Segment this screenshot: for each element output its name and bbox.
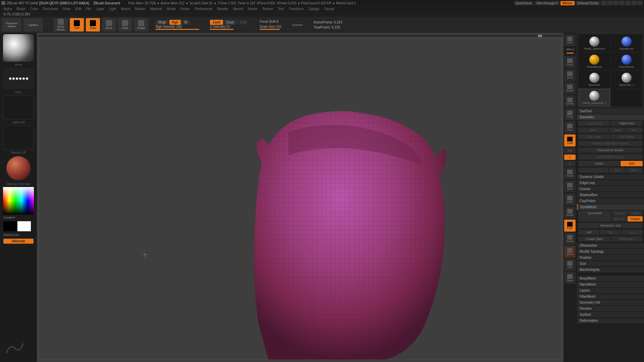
rotate-mode-button[interactable]: Rotate [134,18,148,32]
rgb-intensity-slider[interactable]: Rgb Intensity 100 [156,25,199,28]
zremesher-header[interactable]: ZRemesher [577,242,644,248]
quicksketch-button[interactable]: Quick Sketch [54,18,68,32]
edit-mode-button[interactable]: Edit [70,18,84,32]
higher-res-button[interactable]: Higher Res [611,121,643,126]
scale-mode-button[interactable]: Scale [118,18,132,32]
layout-icon[interactable] [601,1,606,5]
mesh-integrity-header[interactable]: MeshIntegrity [577,266,644,273]
lightbox-button[interactable]: LightBox [23,18,43,32]
tool-sphere3d[interactable]: Sphere3D [579,71,610,88]
dynamic-label[interactable]: Dynamic [292,23,303,26]
menu-preferences[interactable]: Preferences [195,7,213,11]
default-zscript[interactable]: DefaultZScript [575,1,600,5]
blur-slider[interactable]: Blur 28 [612,216,627,222]
focal-shift-slider[interactable]: Focal Shift 0 [260,20,281,23]
close-icon[interactable] [637,1,643,5]
ghost-button[interactable]: Ghost [564,246,576,258]
tool-pm3d-sphere[interactable]: PM3D_Sphere3D [579,35,610,52]
bpr-button[interactable]: BPR [564,34,576,46]
xyz-axis-button[interactable]: XYZ [564,147,576,154]
tool-simplebrush[interactable]: SimpleBrush [579,53,610,70]
resolution-slider[interactable]: Resolution 128 [578,223,643,228]
zcut-button[interactable]: Zcut [237,20,249,25]
color-picker[interactable] [3,187,34,215]
menu-alpha[interactable]: Alpha [3,7,12,11]
rgb-button[interactable]: Rgb [169,20,181,25]
brush-preview[interactable] [3,34,34,62]
edgeloop-header[interactable]: EdgeLoop [577,180,644,186]
geometry-header[interactable]: Geometry [577,114,644,120]
create-shell-button[interactable]: Create Shell [578,236,610,242]
reuv-button[interactable]: ReUV [626,168,643,173]
menu-zplugin[interactable]: Zplugin [309,7,320,11]
menus-toggle[interactable]: Menus [560,1,575,5]
gradient-label[interactable]: Gradient [1,216,36,219]
arraymesh-header[interactable]: ArrayMesh [577,275,644,281]
dynamesh-header[interactable]: DynaMesh [577,204,644,210]
menu-color[interactable]: Color [30,7,38,11]
rotate-view-button[interactable]: Rotate [564,206,576,219]
xpose-button[interactable]: Xpose [564,272,576,284]
cage-button[interactable]: Cage [609,127,626,133]
local-button[interactable]: Local [564,134,576,146]
menu-draw[interactable]: Draw [63,7,70,11]
crease-header[interactable]: Crease [577,186,644,192]
menu-movie[interactable]: Movie [167,7,176,11]
viewport[interactable] [38,38,562,360]
m-button[interactable]: M [181,20,190,25]
menu-brush[interactable]: Brush [17,7,25,11]
zsub-button[interactable]: Zsub [224,20,236,25]
minimize-icon[interactable] [625,1,631,5]
sdiv-slider[interactable]: SDiv [578,127,608,133]
zoom-button[interactable]: Zoom [564,69,576,81]
texture-preview[interactable] [3,125,34,149]
thickness-slider[interactable]: Thickness 4 [611,236,643,242]
tool-pm3d-sphere3d-1[interactable]: PM3D_Sphere3D_1 [579,89,610,106]
polyf-button[interactable]: PolyF [564,220,576,232]
move-view-button[interactable]: Move [564,180,576,192]
y-axis-button[interactable]: Y [564,155,576,160]
dynamic-subdiv-header[interactable]: Dynamic Subdiv [577,174,644,180]
polish-button[interactable]: Polish [628,210,643,216]
layout-icon-3[interactable] [613,1,619,5]
tool-alphabrush[interactable]: AlphaBrush [611,35,642,52]
layout-icon-2[interactable] [607,1,612,5]
timeline-ruler[interactable] [38,35,562,37]
menu-file[interactable]: File [86,7,91,11]
shadowbox-header[interactable]: ShadowBox [577,192,644,198]
alpha-preview[interactable] [3,95,34,119]
menu-stencil[interactable]: Stencil [233,7,243,11]
alternate-button[interactable]: Alternate [3,239,34,244]
geometry-hd-header[interactable]: Geometry HD [577,299,644,305]
preview-header[interactable]: Preview [577,305,644,311]
and-button[interactable]: And [622,230,643,235]
aahalf-button[interactable]: AAHalf [564,95,576,107]
menu-marker[interactable]: Marker [135,7,145,11]
menu-picker[interactable]: Picker [180,7,190,11]
smt-button[interactable]: Smt [621,161,643,166]
maximize-icon[interactable] [631,1,637,5]
move-mode-button[interactable]: Move [102,18,116,32]
switchcolor-button[interactable]: SwitchColor [1,233,36,237]
projection-master-button[interactable]: Projection Master [2,18,21,32]
freeze-subdiv-button[interactable]: Freeze SubDivision Levels [578,141,643,146]
project-button[interactable]: Project [628,216,643,222]
rstr-button[interactable]: Rstr [626,127,643,133]
stroke-preview[interactable] [3,68,34,89]
del-lower-button[interactable]: Del Lower [578,134,610,139]
z-axis-button[interactable]: Z [564,161,576,166]
menu-macro[interactable]: Macro [121,7,130,11]
add-button[interactable]: Add [578,230,599,235]
menu-render[interactable]: Render [217,7,228,11]
subtool-header[interactable]: SubTool [577,108,644,114]
divide-button[interactable]: Divide [578,161,620,166]
scroll-button[interactable]: Scroll [564,56,576,68]
home-icon[interactable] [619,1,625,5]
dynamesh-button[interactable]: DynaMesh [578,210,611,222]
size-header[interactable]: Size [577,260,644,266]
scale-view-button[interactable]: Scale [564,193,576,205]
quicksave-button[interactable]: QuickSave [514,1,534,5]
seethrough-slider[interactable]: See-through 0 [534,1,559,5]
solo-button[interactable]: Solo [564,259,576,271]
layers-header[interactable]: Layers [577,287,644,293]
